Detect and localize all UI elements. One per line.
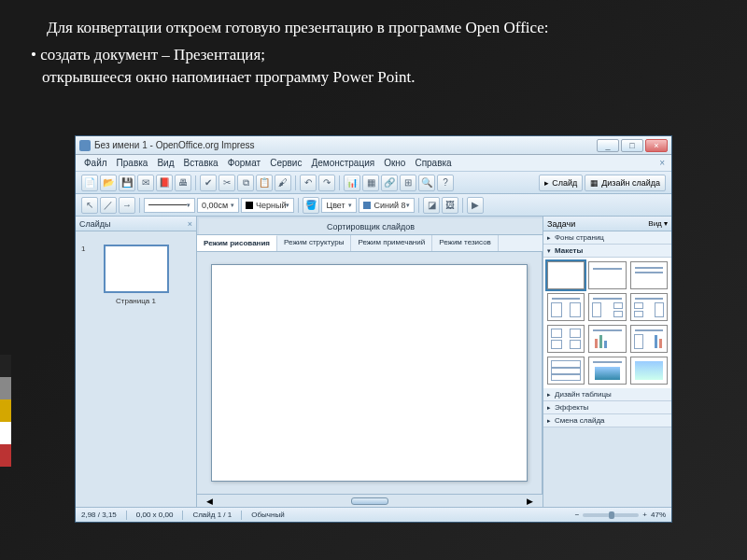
zoom-in-icon[interactable]: + — [642, 511, 647, 519]
slide-caption: Страница 1 — [76, 297, 196, 305]
doc-close-icon[interactable]: × — [656, 156, 668, 170]
window-title: Без имени 1 - OpenOffice.org Impress — [94, 140, 597, 150]
slide-thumbnail-1[interactable] — [104, 245, 169, 293]
tab-notes-mode[interactable]: Режим примечаний — [351, 235, 432, 251]
toolbar-standard: 📄 📂 💾 ✉ 📕 🖶 ✔ ✂ ⧉ 📋 🖌 ↶ ↷ 📊 ▦ 🔗 ⊞ 🔍 ? ▸С… — [76, 172, 671, 194]
line-color-field[interactable]: Черный▾ — [241, 198, 294, 213]
view-subtabs: Режим рисования Режим структуры Режим пр… — [197, 235, 543, 252]
zoom-out-icon[interactable]: − — [575, 511, 580, 519]
toolbar-formatting: ↖ ／ → ▾ 0,00см▾ Черный▾ 🪣 Цвет▾ Синий 8▾… — [76, 194, 671, 217]
tasks-panel: Задачи Вид ▾ ▸Фоны страниц ▾Макеты ▸Диза… — [543, 217, 671, 507]
layout-media[interactable] — [588, 357, 626, 385]
layout-title-content[interactable] — [630, 261, 668, 289]
bullet-1: создать документ – Презентация; — [31, 44, 719, 67]
minimize-button[interactable]: _ — [597, 139, 619, 152]
scroll-right-icon[interactable]: ▶ — [527, 497, 533, 506]
layout-blank[interactable] — [547, 261, 585, 289]
horizontal-scrollbar[interactable]: ◀ ▶ — [197, 494, 543, 507]
pdf-icon[interactable]: 📕 — [156, 175, 173, 191]
undo-icon[interactable]: ↶ — [300, 175, 317, 191]
paste-icon[interactable]: 📋 — [256, 175, 273, 191]
help-icon[interactable]: ? — [437, 175, 454, 191]
tasks-title: Задачи — [547, 219, 575, 229]
slide-canvas[interactable] — [211, 264, 528, 482]
zoom-slider[interactable]: − + 47% — [575, 511, 666, 519]
section-table-design[interactable]: ▸Дизайн таблицы — [543, 388, 671, 401]
link-icon[interactable]: 🔗 — [381, 175, 398, 191]
slides-panel-close-icon[interactable]: × — [188, 219, 192, 229]
slide-design-button[interactable]: ▦Дизайн слайда — [585, 175, 666, 191]
cut-icon[interactable]: ✂ — [218, 175, 235, 191]
fill-bucket-icon[interactable]: 🪣 — [303, 197, 319, 214]
nav-icon[interactable]: ⊞ — [400, 175, 416, 191]
redo-icon[interactable]: ↷ — [318, 175, 335, 191]
arrow-end-icon[interactable]: → — [119, 197, 135, 214]
layout-title[interactable] — [588, 261, 626, 289]
layout-4box[interactable] — [547, 325, 585, 353]
menu-format[interactable]: Формат — [225, 156, 264, 170]
chart-icon[interactable]: 📊 — [344, 175, 360, 191]
statusbar: 2,98 / 3,15 0,00 x 0,00 Слайд 1 / 1 Обыч… — [76, 507, 671, 522]
scroll-left-icon[interactable]: ◀ — [206, 497, 213, 506]
section-effects[interactable]: ▸Эффекты — [543, 401, 671, 414]
slide-icon: ▸ — [544, 178, 549, 188]
tab-outline-mode[interactable]: Режим структуры — [277, 235, 351, 251]
section-slide-transition[interactable]: ▸Смена слайда — [543, 414, 671, 427]
fill-color-field[interactable]: Синий 8▾ — [359, 198, 415, 213]
mail-icon[interactable]: ✉ — [137, 175, 154, 191]
line-style-field[interactable]: ▾ — [144, 198, 195, 213]
menu-tools[interactable]: Сервис — [267, 156, 304, 170]
layout-chart[interactable] — [588, 325, 626, 353]
open-icon[interactable]: 📂 — [100, 175, 117, 191]
brush-icon[interactable]: 🖌 — [275, 175, 291, 191]
zoom-icon[interactable]: 🔍 — [418, 175, 435, 191]
zoom-handle[interactable] — [609, 511, 614, 519]
new-icon[interactable]: 📄 — [81, 175, 98, 191]
line-width-field[interactable]: 0,00см▾ — [197, 198, 239, 213]
close-button[interactable]: × — [645, 139, 668, 152]
save-icon[interactable]: 💾 — [119, 175, 135, 191]
status-coords: 2,98 / 3,15 — [81, 511, 117, 519]
fill-type-field[interactable]: Цвет▾ — [321, 198, 357, 213]
maximize-button[interactable]: □ — [621, 139, 643, 152]
impress-window: Без имени 1 - OpenOffice.org Impress _ □… — [75, 135, 672, 523]
layout-3box-alt[interactable] — [630, 293, 668, 321]
shadow-icon[interactable]: ◪ — [423, 197, 440, 214]
play-icon[interactable]: ▶ — [467, 197, 484, 214]
gallery-icon[interactable]: 🖼 — [442, 197, 458, 214]
layout-image[interactable] — [630, 357, 668, 385]
table-icon[interactable]: ▦ — [362, 175, 379, 191]
main-tab-label[interactable]: Сортировщик слайдов — [199, 218, 543, 234]
app-icon — [79, 140, 91, 151]
menu-insert[interactable]: Вставка — [180, 156, 220, 170]
spellcheck-icon[interactable]: ✔ — [200, 175, 217, 191]
main-panel: Сортировщик слайдов Режим рисования Режи… — [197, 217, 543, 507]
tab-handout-mode[interactable]: Режим тезисов — [432, 235, 499, 251]
menu-demo[interactable]: Демонстрация — [308, 156, 377, 170]
intro-text: Для конвертации откроем готовую презента… — [23, 17, 719, 40]
scrollbar-thumb[interactable] — [351, 497, 388, 505]
zoom-value: 47% — [651, 511, 666, 519]
line-icon[interactable]: ／ — [100, 197, 117, 214]
section-layouts[interactable]: ▾Макеты — [543, 245, 671, 258]
slide-button[interactable]: ▸Слайд — [539, 175, 583, 191]
layout-chart-text[interactable] — [630, 325, 668, 353]
menu-edit[interactable]: Правка — [114, 156, 151, 170]
layout-table[interactable] — [547, 357, 585, 385]
menu-view[interactable]: Вид — [154, 156, 176, 170]
chevron-right-icon: ▸ — [547, 234, 551, 242]
tasks-panel-header: Задачи Вид ▾ — [543, 217, 671, 231]
menu-window[interactable]: Окно — [381, 156, 408, 170]
menu-help[interactable]: Справка — [412, 156, 454, 170]
copy-icon[interactable]: ⧉ — [237, 175, 254, 191]
tasks-view-menu[interactable]: Вид ▾ — [648, 219, 668, 228]
layout-3box[interactable] — [588, 293, 626, 321]
menubar: Файл Правка Вид Вставка Формат Сервис Де… — [76, 155, 671, 172]
section-page-backgrounds[interactable]: ▸Фоны страниц — [543, 231, 671, 245]
slides-panel-header: Слайды × — [76, 217, 196, 231]
tab-draw-mode[interactable]: Режим рисования — [197, 235, 277, 251]
print-icon[interactable]: 🖶 — [175, 175, 191, 191]
menu-file[interactable]: Файл — [81, 156, 110, 170]
pointer-icon[interactable]: ↖ — [81, 197, 98, 214]
layout-2col[interactable] — [547, 293, 585, 321]
